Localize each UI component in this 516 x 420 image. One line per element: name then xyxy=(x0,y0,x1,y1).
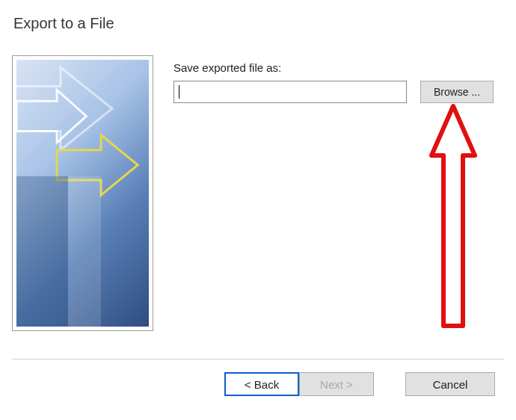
back-button[interactable]: < Back xyxy=(224,372,299,396)
dialog-title: Export to a File xyxy=(13,15,114,32)
next-button: Next > xyxy=(299,372,374,396)
footer-button-bar: < Back Next > Cancel xyxy=(0,372,516,402)
separator xyxy=(12,359,504,359)
save-file-label: Save exported file as: xyxy=(173,61,281,74)
wizard-image-frame xyxy=(12,55,153,331)
wizard-decorative-image xyxy=(16,60,149,327)
file-path-input[interactable] xyxy=(173,81,407,103)
svg-rect-0 xyxy=(68,176,101,327)
cancel-button[interactable]: Cancel xyxy=(405,372,495,396)
text-cursor xyxy=(179,85,179,99)
annotation-arrow-icon xyxy=(429,103,478,335)
svg-marker-1 xyxy=(16,176,68,327)
browse-button[interactable]: Browse ... xyxy=(420,81,494,103)
